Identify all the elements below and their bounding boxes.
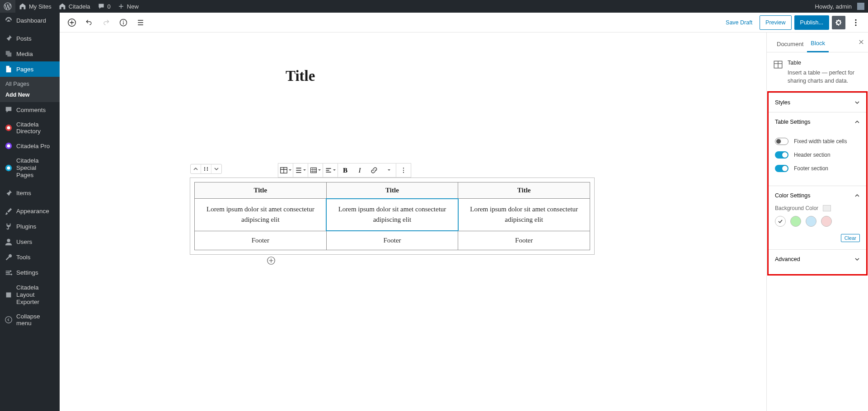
menu-users[interactable]: Users	[0, 234, 60, 250]
move-up-button[interactable]	[191, 164, 201, 173]
wp-logo[interactable]	[0, 0, 15, 13]
drag-icon	[203, 167, 209, 171]
toolbar-more[interactable]	[396, 163, 411, 177]
my-sites-link[interactable]: My Sites	[15, 0, 55, 13]
info-button[interactable]	[116, 15, 131, 30]
menu-items[interactable]: Items	[0, 186, 60, 201]
toolbar-more-rich[interactable]	[381, 163, 396, 177]
admin-menu: Dashboard Posts Media Pages All Pages Ad…	[0, 13, 60, 411]
submenu-add-new[interactable]: Add New	[0, 89, 60, 100]
panel-styles-toggle[interactable]: Styles	[769, 93, 866, 112]
swatch-green[interactable]	[790, 216, 801, 227]
table-header-cell[interactable]: Title	[195, 182, 327, 199]
howdy-label: Howdy, admin	[815, 3, 852, 10]
menu-label: Settings	[16, 269, 38, 276]
menu-plugins[interactable]: Plugins	[0, 219, 60, 234]
panel-color-settings-toggle[interactable]: Color Settings	[769, 186, 866, 205]
menu-citadela-pro[interactable]: Citadela Pro	[0, 138, 60, 154]
svg-point-18	[204, 170, 205, 171]
menu-citadela-directory[interactable]: Citadela Directory	[0, 117, 60, 138]
page-title[interactable]: Title	[286, 68, 766, 84]
menu-citadela-special[interactable]: Citadela Special Pages	[0, 154, 60, 183]
table-cell[interactable]: Lorem ipsum dolor sit amet consectetur a…	[326, 199, 458, 231]
swatch-blue[interactable]	[806, 216, 816, 227]
sliders-icon	[5, 269, 13, 277]
svg-point-22	[403, 168, 404, 168]
plus-circle-icon	[67, 18, 77, 28]
user-icon	[5, 238, 13, 246]
table-footer-cell[interactable]: Footer	[195, 231, 327, 250]
menu-collapse[interactable]: Collapse menu	[0, 309, 60, 330]
close-sidebar-button[interactable]	[858, 39, 864, 47]
color-swatches	[775, 216, 860, 227]
panel-table-settings-toggle[interactable]: Table Settings	[769, 112, 866, 131]
publish-button[interactable]: Publish...	[794, 15, 829, 30]
submenu-all-pages[interactable]: All Pages	[0, 79, 60, 89]
svg-point-12	[855, 22, 857, 23]
menu-label: Items	[16, 190, 31, 196]
menu-pages[interactable]: Pages	[0, 61, 60, 77]
new-link[interactable]: New	[114, 0, 142, 13]
add-block-button[interactable]	[64, 15, 80, 30]
citadela-icon	[5, 164, 13, 172]
undo-button[interactable]	[81, 15, 97, 30]
howdy-link[interactable]: Howdy, admin	[812, 0, 868, 13]
table-footer-cell[interactable]: Footer	[326, 231, 458, 250]
menu-comments[interactable]: Comments	[0, 102, 60, 117]
table-header-cell[interactable]: Title	[458, 182, 590, 199]
swatch-pink[interactable]	[821, 216, 832, 227]
table-block[interactable]: Title Title Title Lorem ipsum dolor sit …	[190, 177, 595, 255]
comments-link[interactable]: 0	[94, 0, 114, 13]
toolbar-bold[interactable]: B	[338, 163, 352, 177]
tab-document[interactable]: Document	[773, 36, 807, 52]
menu-media[interactable]: Media	[0, 46, 60, 61]
menu-layout-exporter[interactable]: Citadela Layout Exporter	[0, 280, 60, 310]
menu-label: Tools	[16, 254, 31, 261]
site-link[interactable]: Citadela	[55, 0, 94, 13]
drag-handle[interactable]	[201, 164, 211, 173]
chevron-down-icon	[214, 167, 219, 171]
redo-icon	[102, 18, 111, 27]
toggle-fixed-width[interactable]	[775, 138, 788, 145]
tab-block[interactable]: Block	[807, 35, 829, 52]
outline-button[interactable]	[133, 15, 148, 30]
settings-toggle-button[interactable]	[832, 16, 845, 29]
swatch-white[interactable]	[775, 216, 786, 227]
toggle-footer-section[interactable]	[775, 165, 788, 172]
save-draft-button[interactable]: Save Draft	[721, 15, 757, 30]
redo-button[interactable]	[99, 15, 114, 30]
toolbar-italic[interactable]: I	[352, 163, 367, 177]
toggle-label: Header section	[794, 152, 830, 158]
more-button[interactable]	[848, 15, 863, 30]
editor-canvas[interactable]: Title B I	[60, 33, 766, 411]
chevron-up-icon	[854, 119, 860, 125]
menu-posts[interactable]: Posts	[0, 31, 60, 46]
menu-settings[interactable]: Settings	[0, 265, 60, 280]
panel-title: Color Settings	[775, 192, 811, 199]
table-header-cell[interactable]: Title	[326, 182, 458, 199]
clear-color-button[interactable]: Clear	[841, 234, 860, 242]
svg-point-19	[207, 170, 208, 171]
menu-appearance[interactable]: Appearance	[0, 204, 60, 219]
panel-advanced-toggle[interactable]: Advanced	[769, 250, 866, 269]
table-cell[interactable]: Lorem ipsum dolor sit amet consectetur a…	[195, 199, 327, 231]
toolbar-block-type[interactable]	[278, 163, 293, 177]
preview-button[interactable]: Preview	[760, 15, 791, 30]
table-cell[interactable]: Lorem ipsum dolor sit amet consectetur a…	[458, 199, 590, 231]
toolbar-link[interactable]	[367, 163, 381, 177]
move-down-button[interactable]	[211, 164, 221, 173]
toolbar-align[interactable]	[293, 163, 308, 177]
block-appender[interactable]	[266, 255, 277, 266]
align-icon	[295, 167, 302, 174]
site-name-label: Citadela	[69, 3, 90, 10]
toolbar-text-align[interactable]	[323, 163, 338, 177]
table-footer-cell[interactable]: Footer	[458, 231, 590, 250]
toggle-header-section[interactable]	[775, 151, 788, 159]
svg-point-5	[8, 272, 10, 274]
toolbar-table-edit[interactable]	[308, 163, 323, 177]
media-icon	[5, 50, 13, 58]
close-icon	[858, 39, 864, 45]
admin-bar: My Sites Citadela 0 New Howdy, admin	[0, 0, 868, 13]
menu-dashboard[interactable]: Dashboard	[0, 13, 60, 28]
menu-tools[interactable]: Tools	[0, 250, 60, 265]
